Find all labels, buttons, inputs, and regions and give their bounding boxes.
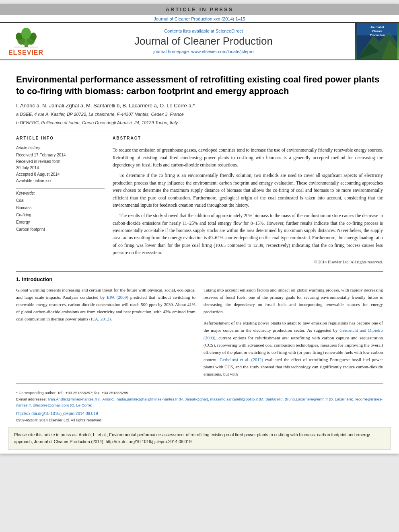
epa-link[interactable]: EPA (2009) bbox=[107, 295, 128, 300]
page: ARTICLE IN PRESS Journal of Cleaner Prod… bbox=[0, 4, 399, 454]
journal-issue-ref: Journal of Cleaner Production xxx (2014)… bbox=[154, 16, 245, 21]
contents-line: Contents lists available at ScienceDirec… bbox=[164, 29, 243, 33]
elsevier-wordmark: ELSEVIER bbox=[8, 49, 43, 56]
issn: 0959-6526/© 2014 Elsevier Ltd. All right… bbox=[16, 418, 103, 422]
available-date: Available online xxx bbox=[16, 178, 105, 184]
intro-col-right: Taking into account emission factors and… bbox=[204, 286, 383, 378]
keyword-5: Carbon footprint bbox=[16, 226, 105, 233]
section-number: 1. bbox=[16, 276, 21, 282]
abstract-header: ABSTRACT bbox=[113, 136, 383, 140]
section-title: Introduction bbox=[22, 276, 52, 282]
email-addresses[interactable]: Ivan.Andric@mines-nantes.fr (I. Andrić),… bbox=[16, 397, 383, 407]
affiliation-b: b DENERG, Politecnico di torino, Corso D… bbox=[16, 119, 383, 126]
intro-para1: Global warming presents increasing and c… bbox=[16, 286, 195, 323]
journal-main-title: Journal of Cleaner Production bbox=[134, 35, 273, 47]
intro-right-para1: Taking into account emission factors and… bbox=[204, 286, 383, 316]
intro-title: 1. Introduction bbox=[16, 276, 383, 282]
cleaner-production-cover: Journal of Cleaner Production bbox=[355, 23, 399, 60]
gerbelova-link[interactable]: Gerbelová et al. (2012) bbox=[220, 357, 263, 362]
keyword-1: Coal bbox=[16, 197, 105, 204]
article-info-abstract: ARTICLE INFO Article history: Received 1… bbox=[16, 136, 383, 264]
geisbricht-link[interactable]: Geisbricht and Dipietro (2009) bbox=[204, 328, 383, 340]
iea-link[interactable]: IEA, 2012 bbox=[91, 316, 109, 321]
intro-col-left: Global warming presents increasing and c… bbox=[16, 286, 195, 378]
svg-text:Production: Production bbox=[370, 34, 385, 37]
cover-image-icon: Journal of Cleaner Production bbox=[357, 23, 397, 60]
svg-point-4 bbox=[16, 33, 22, 41]
elsevier-tree-icon bbox=[10, 26, 42, 48]
intro-two-col: Global warming presents increasing and c… bbox=[16, 286, 383, 378]
contents-label: Contents lists available at bbox=[164, 29, 214, 33]
history-label: Article history: bbox=[16, 146, 105, 150]
authors-text: I. Andrić a, N. Jamali-Zghal a, M. Santa… bbox=[16, 103, 195, 109]
journal-link-bar: Journal of Cleaner Production xxx (2014)… bbox=[0, 15, 399, 22]
citation-text: Please cite this article in press as: An… bbox=[14, 432, 370, 444]
authors: I. Andrić a, N. Jamali-Zghal a, M. Santa… bbox=[16, 103, 383, 109]
svg-point-5 bbox=[30, 33, 37, 41]
sciencedirect-link[interactable]: ScienceDirect bbox=[216, 29, 243, 33]
abstract-para2: To determine if the co-firing is an envi… bbox=[113, 172, 383, 209]
revised-date: Received in revised form30 July 2014 bbox=[16, 158, 105, 171]
keyword-2: Biomass bbox=[16, 204, 105, 212]
keyword-4: Emergy bbox=[16, 219, 105, 226]
received-date: Received 17 February 2014 bbox=[16, 152, 105, 158]
copyright: © 2014 Elsevier Ltd. All rights reserved… bbox=[113, 260, 383, 264]
keywords-label: Keywords: bbox=[16, 191, 105, 195]
keyword-3: Co-firing bbox=[16, 212, 105, 219]
journal-header: ELSEVIER Contents lists available at Sci… bbox=[0, 22, 399, 60]
keywords-section: Keywords: Coal Biomass Co-firing Emergy … bbox=[16, 188, 105, 233]
journal-title-center: Contents lists available at ScienceDirec… bbox=[52, 23, 355, 60]
abstract-col: ABSTRACT To reduce the emission of green… bbox=[113, 136, 383, 264]
aip-text: ARTICLE IN PRESS bbox=[166, 6, 234, 12]
doi-link[interactable]: http://dx.doi.org/10.1016/j.jclepro.2014… bbox=[16, 411, 98, 417]
email-line: E-mail addresses: Ivan.Andric@mines-nant… bbox=[16, 396, 383, 408]
homepage-url[interactable]: www.elsevier.com/locate/jclepro bbox=[191, 49, 253, 54]
abstract-para1: To reduce the emission of greenhouse gas… bbox=[113, 146, 383, 168]
elsevier-logo: ELSEVIER bbox=[0, 23, 52, 60]
article-title: Environmental performance assessment of … bbox=[16, 74, 383, 97]
accepted-date: Accepted 8 August 2014 bbox=[16, 171, 105, 178]
article-info-header: ARTICLE INFO bbox=[16, 136, 105, 140]
abstract-para3: The results of the study showed that the… bbox=[113, 212, 383, 256]
svg-text:Cleaner: Cleaner bbox=[372, 30, 383, 33]
article-info-col: ARTICLE INFO Article history: Received 1… bbox=[16, 136, 105, 264]
homepage-label: journal homepage: bbox=[153, 49, 190, 54]
svg-text:Journal of: Journal of bbox=[370, 26, 385, 29]
main-content: Environmental performance assessment of … bbox=[0, 60, 399, 427]
svg-point-6 bbox=[21, 28, 31, 39]
affiliation-a: a DSEE, 4 rue A. Kastler, BP 20722, La c… bbox=[16, 111, 383, 118]
intro-right-para2: Refurbishment of the existing power plan… bbox=[204, 319, 383, 378]
aip-banner: ARTICLE IN PRESS bbox=[0, 4, 399, 15]
separator bbox=[16, 131, 383, 131]
corresponding-author: * Corresponding author. Tel.: +33 251858… bbox=[16, 390, 383, 396]
footnotes: * Corresponding author. Tel.: +33 251858… bbox=[16, 383, 383, 423]
citation-box: Please cite this article in press as: An… bbox=[8, 427, 391, 450]
email-label: E-mail addresses: bbox=[16, 397, 47, 401]
introduction-section: 1. Introduction Global warming presents … bbox=[16, 271, 383, 378]
journal-homepage: journal homepage: www.elsevier.com/locat… bbox=[153, 49, 253, 54]
